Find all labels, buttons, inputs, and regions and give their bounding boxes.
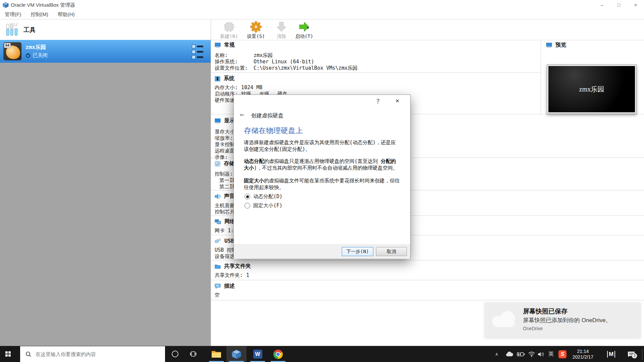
- sidebar-divider: [211, 19, 211, 346]
- vm-list-item[interactable]: 64 zmx乐园 已关闭: [0, 40, 211, 63]
- preview-screen-text: zmx乐园: [579, 85, 604, 94]
- vm-64bit-badge: 64: [4, 43, 11, 48]
- dialog-paragraph-3: 固定大小的虚拟磁盘文件可能在某些系统中要花很长时间来创建，但往往使用起来较快。: [244, 177, 401, 191]
- maximize-button[interactable]: □: [610, 0, 627, 10]
- dialog-page-title: 存储在物理硬盘上: [244, 126, 303, 136]
- tray-wifi-icon[interactable]: [527, 346, 536, 362]
- close-button[interactable]: ×: [627, 0, 644, 10]
- word-icon: W: [253, 350, 262, 359]
- network-icon: [215, 219, 221, 225]
- start-dropdown-caret[interactable]: ▾: [307, 25, 309, 30]
- preview-header: 预览: [546, 42, 566, 49]
- tools-label: 工具: [23, 26, 36, 34]
- task-view-icon[interactable]: [190, 351, 197, 359]
- preview-divider: [541, 40, 541, 114]
- shared-folder-icon: [215, 264, 221, 269]
- show-desktop-divider[interactable]: [642, 349, 642, 360]
- tools-icon: [5, 23, 19, 37]
- tray-sogou-icon[interactable]: S: [557, 346, 568, 362]
- minimize-button[interactable]: –: [594, 0, 610, 10]
- notification-body: 屏幕快照已添加到你的 OneDrive。: [523, 316, 611, 324]
- taskbar-virtualbox[interactable]: [226, 346, 247, 362]
- storage-icon: [215, 161, 220, 167]
- cancel-button[interactable]: 取消: [376, 247, 407, 256]
- tray-m-logo-icon[interactable]: M: [605, 346, 617, 362]
- taskbar-chrome[interactable]: [268, 346, 288, 362]
- search-icon: [25, 351, 32, 357]
- section-usb: USB: [215, 238, 234, 244]
- dialog-back-arrow-icon[interactable]: ←: [240, 110, 244, 119]
- tray-volume-icon[interactable]: [537, 346, 545, 362]
- display-rows: 显存大小 缩放率: 显卡控制 远程桌面 录像:: [215, 129, 235, 161]
- toolbar-settings-button[interactable]: 设置(S): [243, 21, 269, 40]
- dialog-help-icon[interactable]: ?: [376, 98, 380, 105]
- usb-icon: [215, 238, 221, 243]
- action-center-icon[interactable]: 3: [625, 346, 638, 362]
- tray-chevron-icon[interactable]: ∧: [495, 346, 503, 362]
- section-display: 显示: [215, 117, 235, 124]
- toolbar-discard-button[interactable]: 清除: [269, 21, 294, 40]
- tray-onedrive-icon[interactable]: [505, 346, 514, 362]
- menu-help[interactable]: 帮助(H): [53, 11, 79, 18]
- tray-clock[interactable]: 21:14 2021/2/17: [570, 346, 596, 362]
- vm-status-text: 已关闭: [33, 52, 48, 59]
- notification-app-name: OneDrive: [523, 326, 543, 331]
- description-rows: 空: [215, 292, 220, 298]
- preview-icon: [546, 43, 552, 48]
- tray-ime-indicator[interactable]: 英: [547, 346, 555, 362]
- clock-date: 2021/2/17: [570, 354, 596, 360]
- virtualbox-taskbar-icon: [231, 349, 241, 359]
- tools-header: 工具: [0, 19, 211, 40]
- divider: [211, 300, 644, 300]
- display-icon: [215, 118, 221, 124]
- virtualbox-logo-icon: [3, 2, 9, 8]
- settings-gear-icon: [250, 21, 262, 33]
- windows-taskbar: W ∧ 英 S: [0, 346, 644, 362]
- menu-machine[interactable]: 控制(M): [26, 11, 53, 18]
- dialog-paragraph-1: 请选择新建虚拟硬盘文件是应该为其使用而分配(动态分配)，还是应该创建完全分配(固…: [244, 139, 401, 153]
- section-system: 系统: [215, 75, 234, 82]
- section-general: 常规: [215, 42, 235, 49]
- next-button[interactable]: 下一步(N): [342, 247, 373, 256]
- toolbar-start-button[interactable]: 启动(T): [291, 21, 317, 40]
- start-button[interactable]: [5, 351, 11, 357]
- audio-icon: [215, 194, 221, 199]
- network-rows: 网卡 1:: [215, 228, 234, 234]
- storage-rows: 控制器: 第一ID 第二ID: [215, 171, 235, 190]
- search-input[interactable]: [35, 351, 157, 357]
- discard-arrow-icon: [276, 21, 286, 32]
- dialog-close-icon[interactable]: ×: [395, 97, 399, 104]
- vm-name: zmx乐园: [25, 44, 48, 51]
- tray-battery-icon[interactable]: [516, 346, 526, 362]
- general-icon: [215, 43, 221, 48]
- onedrive-notification[interactable]: 屏幕快照已保存 屏幕快照已添加到你的 OneDrive。 OneDrive: [485, 302, 641, 338]
- taskbar-search[interactable]: [20, 346, 165, 362]
- menu-file[interactable]: 管理(F): [0, 11, 26, 18]
- vm-list-empty-area: [0, 63, 211, 346]
- section-shared-folders: 共享文件夹: [215, 263, 251, 270]
- dialog-paragraph-2: 动态分配的虚拟磁盘只是逐渐占用物理硬盘的空间(直至达到 分配的大小)，不过当其内…: [244, 158, 401, 171]
- dialog-header-title: 创建虚拟硬盘: [251, 112, 283, 119]
- dialog-footer: 下一步(N) 取消: [234, 244, 410, 259]
- section-description: 描述: [215, 283, 235, 290]
- system-icon: [215, 76, 220, 81]
- vm-os-icon: 64: [3, 42, 21, 60]
- new-vm-icon: [223, 21, 235, 33]
- menu-bar: 管理(F) 控制(M) 帮助(H): [0, 10, 644, 19]
- shared-folder-rows: 共享文件夹:1: [215, 272, 249, 279]
- divider: [211, 260, 644, 260]
- divider: [211, 72, 541, 73]
- taskbar-word[interactable]: W: [248, 346, 268, 362]
- section-storage: 存储: [215, 160, 234, 167]
- description-icon: [215, 284, 221, 289]
- vm-details-menu-icon[interactable]: [192, 45, 203, 58]
- notification-count-badge: 3: [632, 353, 637, 359]
- create-virtual-disk-dialog: ? × ← 创建虚拟硬盘 存储在物理硬盘上 请选择新建虚拟硬盘文件是应该为其使用…: [233, 95, 411, 259]
- power-state-icon: [25, 53, 31, 58]
- cortana-icon[interactable]: [172, 351, 178, 357]
- toolbar-new-button[interactable]: 新建(N): [216, 21, 242, 40]
- section-network: 网络: [215, 218, 235, 225]
- radio-dynamic-allocation[interactable]: 动态分配(D): [245, 193, 282, 200]
- radio-fixed-size[interactable]: 固定大小(F): [245, 202, 282, 209]
- taskbar-file-explorer[interactable]: [206, 346, 226, 362]
